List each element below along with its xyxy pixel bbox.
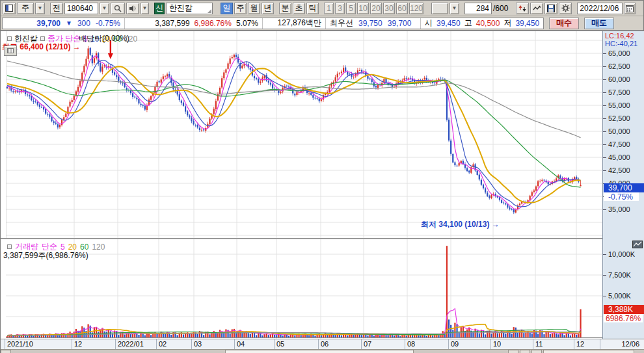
interval-3-button[interactable]: 3 <box>335 3 345 14</box>
buy-button[interactable]: 매수 <box>549 18 579 29</box>
price-chart-canvas[interactable] <box>6 31 602 238</box>
updown-arrows-icon <box>518 5 526 12</box>
high-label: 고 <box>464 18 472 29</box>
price-axis-tick: 65,000 <box>608 49 630 57</box>
time-axis-separator <box>274 339 275 350</box>
sound-button[interactable] <box>126 3 139 14</box>
tab-minute[interactable]: 분 <box>279 3 291 14</box>
tab-daily[interactable]: 일 <box>221 3 233 14</box>
scroll-left-button[interactable] <box>1 350 11 353</box>
time-axis-separator <box>533 339 533 350</box>
empty-combo-dropdown[interactable]: ▼ <box>449 3 459 14</box>
time-axis-separator <box>600 339 600 350</box>
code-dropdown[interactable]: ▼ <box>100 3 109 14</box>
axis-tick-mark <box>603 144 606 145</box>
scroll-right-zone[interactable] <box>543 350 634 353</box>
turnover-pct: 5.07% <box>236 19 258 28</box>
interval-1-button[interactable]: 1 <box>324 3 334 14</box>
compare-button[interactable] <box>516 3 529 14</box>
time-axis-label: 09 <box>451 340 459 348</box>
bar-count-input[interactable]: 284 <box>464 3 492 14</box>
resize-grip-icon <box>208 9 211 13</box>
interval-60-button[interactable]: 60 <box>396 3 408 14</box>
period-combo-value[interactable]: 주 <box>17 3 34 14</box>
settings-button[interactable] <box>559 3 572 14</box>
trendline-button[interactable] <box>530 3 543 14</box>
chart-tool-icon[interactable] <box>4 46 17 56</box>
stock-name-field[interactable]: 한진칼 <box>166 3 213 14</box>
calendar-icon <box>626 5 634 12</box>
tab-weekly[interactable]: 주 <box>234 3 247 14</box>
gear-icon <box>561 4 570 12</box>
sell-button[interactable]: 매도 <box>584 18 614 29</box>
sound-dropdown[interactable]: ▼ <box>141 3 149 14</box>
period-combo-dropdown[interactable]: ▼ <box>35 3 45 14</box>
time-axis-separator <box>115 339 116 350</box>
scroll-option-button[interactable] <box>520 350 530 353</box>
save-button[interactable] <box>544 3 557 14</box>
time-axis-current-date: 12/06 <box>621 340 639 348</box>
interval-120-button[interactable]: 120 <box>409 3 423 14</box>
axis-tick-mark <box>603 275 606 276</box>
axis-tick-mark <box>603 105 606 106</box>
interval-20-button[interactable]: 20 <box>370 3 382 14</box>
legend-toggle-icon[interactable] <box>7 36 12 41</box>
legend-toggle-icon[interactable] <box>40 36 45 41</box>
time-axis-label: 05 <box>276 340 284 348</box>
time-axis-label: 06 <box>321 340 329 348</box>
search-button[interactable] <box>111 3 125 14</box>
interval-10-button[interactable]: 10 <box>357 3 369 14</box>
trade-amount: 127,876백만 <box>278 18 321 29</box>
tab-monthly[interactable]: 월 <box>248 3 260 14</box>
time-axis-separator <box>234 339 235 350</box>
interval-5-button[interactable]: 5 <box>346 3 356 14</box>
time-axis-separator <box>361 339 362 350</box>
window-icon <box>5 5 13 12</box>
current-volume-pct: 6986.76% <box>604 314 643 322</box>
legend-toggle-icon[interactable] <box>7 244 12 249</box>
chevron-down-icon: ▼ <box>142 5 148 11</box>
speaker-icon <box>129 5 137 12</box>
price-axis-tick: 55,000 <box>608 101 630 109</box>
new-stock-badge: 신 <box>154 3 165 14</box>
panel-toggle-icon[interactable] <box>3 3 16 14</box>
chart-scrollbar[interactable] <box>1 349 644 353</box>
time-axis-label: 07 <box>364 340 371 348</box>
scroll-option-button[interactable] <box>508 350 518 353</box>
time-axis-label: 08 <box>407 340 415 348</box>
current-price-badge: 39,700 <box>604 183 644 192</box>
price-axis-tick: 50,000 <box>608 127 630 135</box>
date-input[interactable]: 2022/12/06 <box>577 3 623 14</box>
time-axis: 12/06 2021/10 12 2022/01 02 03 04 05 06 … <box>1 339 644 349</box>
interval-30-button[interactable]: 30 <box>383 3 395 14</box>
volume-axis-tool-icon[interactable] <box>632 241 643 248</box>
jeon-button[interactable]: 전 <box>50 3 63 14</box>
tab-yearly[interactable]: 년 <box>262 3 274 14</box>
volume-rate: 6,986.76% <box>195 19 232 28</box>
volume-chart-canvas[interactable] <box>6 239 602 339</box>
stock-code-input[interactable]: 180640 <box>64 3 98 14</box>
time-axis-separator <box>72 339 72 350</box>
scroll-option-button[interactable] <box>531 350 542 353</box>
empty-combo[interactable] <box>431 3 448 14</box>
lc-value: LC:16,42 <box>605 32 634 40</box>
price-axis: 5,000K 7,500K 10,000K 35,000 37,500 40,0… <box>602 31 644 339</box>
price-axis-tick: 35,000 <box>608 205 630 213</box>
volume-detail: 3,387,599주(6,986.76%) <box>3 250 88 261</box>
down-arrow-icon: ▼ <box>66 20 72 27</box>
tab-second[interactable]: 초 <box>293 3 305 14</box>
low-label: 저 <box>503 18 511 29</box>
price-axis-tick: 45,000 <box>608 153 630 161</box>
axis-tick-mark <box>603 254 606 255</box>
calendar-button[interactable] <box>624 3 636 14</box>
panel-divider[interactable] <box>1 238 602 239</box>
scrollbar-thumb[interactable] <box>225 350 414 353</box>
low-annotation: 최저 34,100 (10/13) → <box>421 219 500 230</box>
time-axis-separator <box>405 339 405 350</box>
volume-axis-tick: 7,500K <box>608 271 631 279</box>
chevron-down-icon: ▼ <box>102 5 107 11</box>
time-axis-label: 03 <box>194 340 202 348</box>
time-axis-label: 10 <box>493 340 501 348</box>
price-axis-tick: 42,500 <box>608 166 630 174</box>
tab-tick[interactable]: 틱 <box>306 3 319 14</box>
